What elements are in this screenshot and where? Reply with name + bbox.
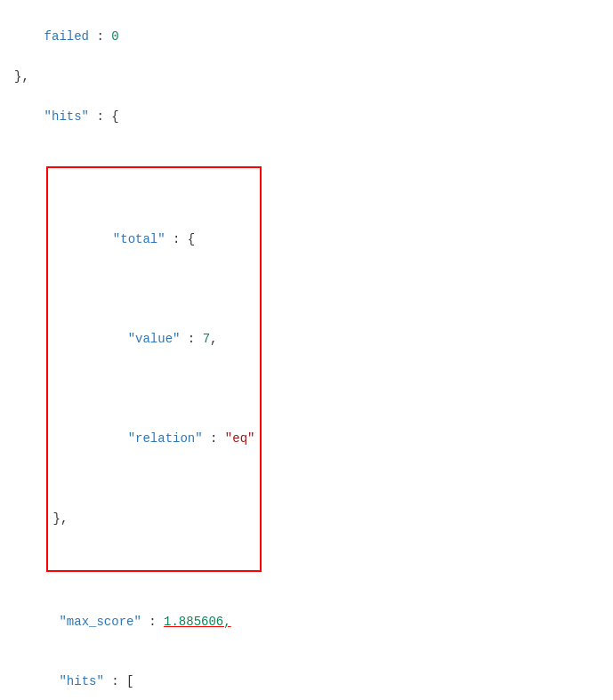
line-value: "value" : 7, — [53, 310, 255, 369]
line-hits-array: "hits" : [ — [14, 652, 599, 701]
line-hits-open: "hits" : { — [14, 87, 599, 147]
line-relation: "relation" : "eq" — [53, 409, 255, 469]
line-total-block: "total" : { "value" : 7, "relation" : "e… — [14, 147, 599, 592]
line-close1: }, — [14, 67, 599, 86]
line-total: "total" : { — [53, 210, 255, 270]
code-viewer: failed : 0 }, "hits" : { "total" : { "va… — [0, 0, 613, 700]
line-failed: failed : 0 — [14, 7, 599, 67]
line-max-score: "max_score" : 1.885606, — [14, 591, 599, 651]
line-total-close: }, — [53, 509, 255, 528]
